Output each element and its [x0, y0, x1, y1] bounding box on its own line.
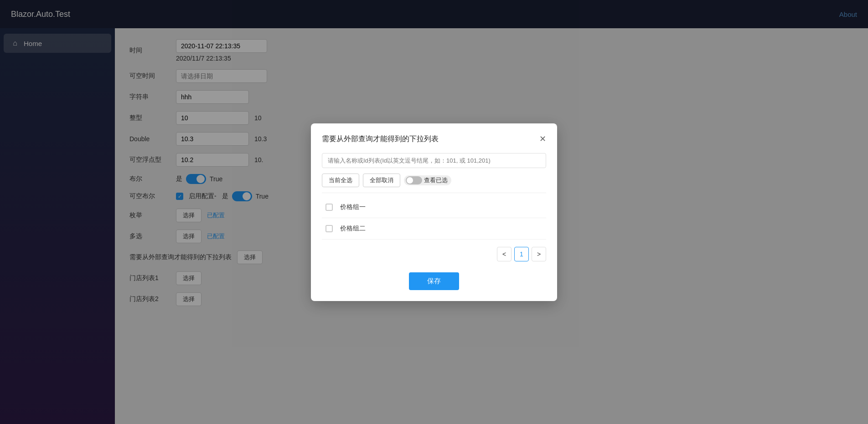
- pagination-prev[interactable]: <: [497, 247, 512, 261]
- btn-cancel-all[interactable]: 全部取消: [363, 174, 400, 187]
- btn-select-all[interactable]: 当前全选: [322, 174, 359, 187]
- item-text-1: 价格组二: [340, 225, 366, 233]
- pagination-next[interactable]: >: [532, 247, 546, 261]
- modal-title: 需要从外部查询才能得到的下拉列表: [322, 134, 439, 144]
- modal-divider: [322, 193, 546, 193]
- modal-list: 价格组一 价格组二: [322, 197, 546, 240]
- pagination-page-1[interactable]: 1: [514, 247, 529, 261]
- modal-header: 需要从外部查询才能得到的下拉列表 ✕: [322, 134, 546, 144]
- item-text-0: 价格组一: [340, 203, 366, 211]
- checkbox-item-0[interactable]: [326, 204, 333, 211]
- toggle-view-switch: [406, 176, 422, 184]
- modal-close-button[interactable]: ✕: [539, 135, 546, 143]
- checkbox-item-1[interactable]: [326, 225, 333, 232]
- list-item: 价格组二: [322, 218, 546, 240]
- list-item: 价格组一: [322, 197, 546, 218]
- toggle-view-label: 查看已选: [424, 176, 448, 184]
- modal-pagination: < 1 >: [322, 247, 546, 261]
- modal-overlay: 需要从外部查询才能得到的下拉列表 ✕ 当前全选 全部取消 查看已选 价格组一 价…: [0, 0, 868, 424]
- modal-footer: 保存: [322, 269, 546, 290]
- toggle-view-selected[interactable]: 查看已选: [404, 175, 451, 185]
- modal: 需要从外部查询才能得到的下拉列表 ✕ 当前全选 全部取消 查看已选 价格组一 价…: [311, 123, 557, 301]
- modal-search-input[interactable]: [322, 153, 546, 168]
- modal-toolbar: 当前全选 全部取消 查看已选: [322, 174, 546, 187]
- btn-save[interactable]: 保存: [409, 272, 459, 290]
